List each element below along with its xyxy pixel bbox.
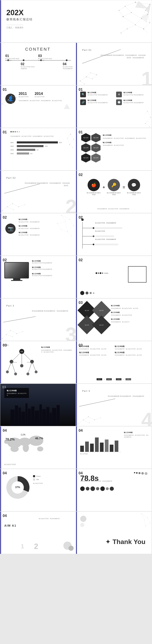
slide-01d: 01 输入文本 输入文本 输入文本 输入文本 输入文本 输入文本 输入文本 xyxy=(76,128,152,170)
bar-row-3: 2013 3.5 xyxy=(11,149,72,151)
tl-text-2: 输入此处文字内容 xyxy=(95,230,105,232)
arrow-1: → xyxy=(103,378,105,380)
svg-line-93 xyxy=(65,222,68,232)
svg-line-13 xyxy=(123,12,131,16)
svg-point-121 xyxy=(6,334,7,335)
svg-point-99 xyxy=(73,225,74,226)
svg-line-17 xyxy=(143,29,148,33)
plus-sign: + xyxy=(103,185,105,190)
right-box xyxy=(128,266,146,282)
svg-line-42 xyxy=(90,73,97,75)
tl-text-3: 输入此处文字内容，单击此处编辑内容 xyxy=(95,238,116,240)
svg-point-109 xyxy=(93,227,94,229)
monitor-base xyxy=(11,280,22,281)
accent-bar xyxy=(76,171,77,213)
deco-dots-top xyxy=(134,472,147,475)
author-name: 轻鱼演示 xyxy=(15,26,23,29)
svg-point-58 xyxy=(16,97,17,98)
circles-formula: 🍎 输入文本标题 输入此处文字内容 + 🔑 输入文本标题 输入此处文字内容 = … xyxy=(79,179,148,196)
d4 xyxy=(102,272,103,274)
prog-dot-6 xyxy=(106,487,109,490)
svg-point-57 xyxy=(11,96,12,96)
svg-line-16 xyxy=(121,29,127,33)
svg-marker-36 xyxy=(140,12,149,23)
dot1 xyxy=(11,131,12,132)
bottom-text: 单击此处编辑内容，输入此处文字内容，单击此处编辑内容。 xyxy=(79,208,148,210)
svg-point-30 xyxy=(123,16,124,17)
svg-point-123 xyxy=(10,330,11,331)
svg-line-90 xyxy=(68,226,74,232)
dot2 xyxy=(13,131,14,132)
dd4 xyxy=(141,472,144,474)
hex-1: 输入文本 xyxy=(81,133,90,142)
svg-rect-150 xyxy=(39,404,42,426)
slide-thankyou: ✦ Thank You xyxy=(76,512,152,554)
accent-bar xyxy=(0,256,1,298)
svg-point-48 xyxy=(90,72,91,73)
row-13: 04 AIM A1 1 2 输入此处文字内容，单击此处编辑内容 ✦ Thank … xyxy=(0,512,152,554)
chart-text-right: 输入文本标题 单击此处编辑内容，输入此处文字内容，单击此处编辑内容。 xyxy=(124,432,148,438)
hex-2: 输入文本 xyxy=(91,133,100,142)
thankyou-container: ✦ Thank You xyxy=(105,538,145,546)
monitor-container xyxy=(4,262,29,281)
slide-03c: 03 输入文本标题 单击此处编辑内容，输入此处文字内容，输入内容。 输入文本标题… xyxy=(76,341,152,384)
svg-line-117 xyxy=(6,330,11,334)
timeline-area: 输入此处文字内容，单击此处编辑内容 输入此处文字内容 输入此处文字内容，单击此处… xyxy=(81,218,147,254)
dot4 xyxy=(17,131,18,132)
camera-icon: 📷 xyxy=(5,224,16,234)
accent-bar xyxy=(76,86,77,128)
svg-point-56 xyxy=(12,103,13,103)
section-number: 02 xyxy=(79,258,83,262)
deco-circle-large xyxy=(63,542,72,550)
bd1 xyxy=(80,291,84,295)
svg-line-59 xyxy=(147,111,150,118)
svg-point-162 xyxy=(83,420,84,420)
section-number: 02 xyxy=(3,215,7,220)
content-num-01: 01 输入此处文字内容 单击此处编辑内容 xyxy=(5,54,20,62)
content-num-02: 02 输入此处文字内容 单击此处编辑内容 xyxy=(21,62,35,70)
row-12: 04 37% Dreams 其他 输入此处文字内容 04 78.8 xyxy=(0,469,152,512)
svg-point-186 xyxy=(144,520,145,520)
bd2 xyxy=(86,292,88,294)
bar-b4 xyxy=(95,438,99,452)
section-number: 04 xyxy=(3,514,7,518)
svg-text:37%: 37% xyxy=(15,486,20,489)
svg-line-160 xyxy=(95,418,101,420)
svg-line-53 xyxy=(2,104,6,106)
content-num-03: 03 输入此处文字内容 单击此处编辑内容 xyxy=(38,54,53,62)
part-number: 1 xyxy=(141,69,152,85)
accent-bar xyxy=(0,341,1,383)
triangle-deco xyxy=(64,104,70,109)
svg-line-92 xyxy=(61,215,65,222)
svg-marker-34 xyxy=(135,1,148,8)
prog-dot-5 xyxy=(100,486,105,491)
four-boxes: 输入文本标题 单击此处编辑内容，输入此处文字内容，输入内容。 输入文本标题 单击… xyxy=(79,345,148,356)
section-number: 02 xyxy=(3,258,7,262)
svg-point-163 xyxy=(89,423,90,423)
branch-svg xyxy=(81,222,145,253)
accent-bar xyxy=(0,0,1,42)
diagonal-line xyxy=(79,399,115,406)
row-2: CONTENT 01 输入此处文字内容 单击此处编辑内容 02 输入此处文字内容… xyxy=(0,42,152,85)
bar-b7 xyxy=(110,445,113,452)
svg-point-137 xyxy=(6,370,9,373)
overlay-title: 输入文本标题 xyxy=(7,390,27,392)
svg-line-40 xyxy=(80,81,84,84)
svg-point-47 xyxy=(84,84,85,84)
icon-text-3: 输入文本标题 输入此处文字内容 单击此处编辑内容 xyxy=(88,100,108,104)
svg-point-28 xyxy=(125,6,125,7)
svg-line-10 xyxy=(125,2,135,6)
bar-b3 xyxy=(90,444,94,452)
svg-line-12 xyxy=(131,12,141,19)
bar-val-4: 5.6 xyxy=(30,153,32,154)
svg-line-71 xyxy=(68,138,70,144)
arrow-3: → xyxy=(122,378,124,380)
row-5: Part 02 2 单击此处编辑标题 单击此处编辑内容，单击此处编辑内容，单击此… xyxy=(0,170,152,213)
svg-line-67 xyxy=(71,134,74,139)
svg-line-18 xyxy=(119,6,125,10)
svg-point-75 xyxy=(72,147,73,148)
svg-point-124 xyxy=(16,333,17,334)
slide-content: CONTENT 01 输入此处文字内容 单击此处编辑内容 02 输入此处文字内容… xyxy=(0,42,76,85)
svg-point-21 xyxy=(145,10,146,11)
svg-point-83 xyxy=(7,206,8,207)
